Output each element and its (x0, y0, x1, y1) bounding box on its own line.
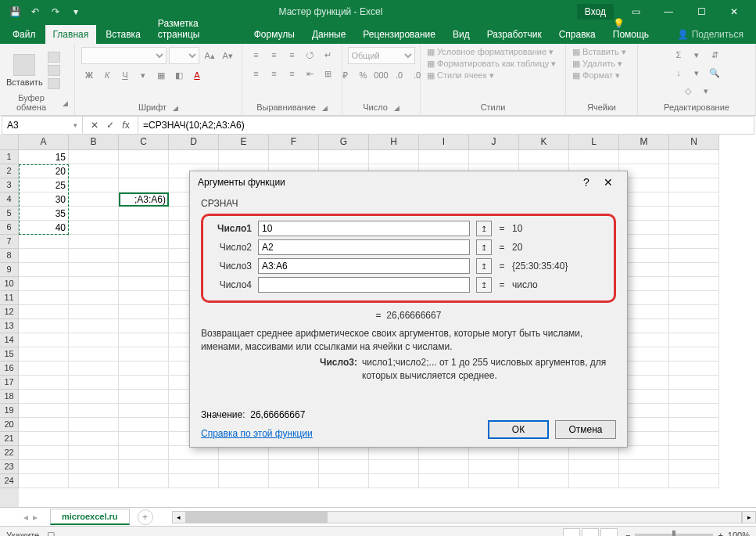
share-button[interactable]: 👤 Поделиться (669, 25, 751, 44)
cell-A24[interactable] (19, 474, 69, 488)
underline-button[interactable]: Ч (117, 67, 133, 83)
cell-C16[interactable] (119, 362, 169, 376)
cell-A17[interactable] (19, 376, 69, 390)
view-layout-icon[interactable] (582, 528, 599, 537)
cell-D23[interactable] (169, 460, 219, 474)
cell-B6[interactable] (69, 221, 119, 235)
cell-N19[interactable] (669, 404, 719, 418)
formula-input[interactable]: =СРЗНАЧ(10;A2;A3:A6) (138, 116, 754, 135)
align-left-icon[interactable]: ≡ (249, 66, 264, 81)
cell-F23[interactable] (269, 460, 319, 474)
row-header-17[interactable]: 17 (0, 376, 19, 390)
cancel-button[interactable]: Отмена (555, 420, 616, 439)
cell-N9[interactable] (669, 263, 719, 277)
row-header-21[interactable]: 21 (0, 432, 19, 446)
cell-K1[interactable] (519, 150, 569, 164)
cell-C21[interactable] (119, 432, 169, 446)
row-header-6[interactable]: 6 (0, 221, 19, 235)
cell-M23[interactable] (619, 460, 669, 474)
cancel-formula-icon[interactable]: ✕ (88, 120, 102, 131)
paste-button[interactable]: Вставить (6, 54, 43, 87)
cell-N6[interactable] (669, 221, 719, 235)
row-header-9[interactable]: 9 (0, 263, 19, 277)
cell-N11[interactable] (669, 291, 719, 305)
wrap-text-icon[interactable]: ↵ (321, 47, 336, 63)
tab-layout[interactable]: Разметка страницы (150, 14, 245, 44)
name-box[interactable]: A3▾ (2, 117, 82, 134)
cell-A23[interactable] (19, 460, 69, 474)
collapse-dialog-icon-0[interactable]: ↥ (476, 221, 492, 236)
row-header-1[interactable]: 1 (0, 150, 19, 164)
cell-B19[interactable] (69, 404, 119, 418)
cell-M24[interactable] (619, 474, 669, 488)
close-icon[interactable]: ✕ (718, 1, 750, 23)
col-header-L[interactable]: L (569, 135, 619, 150)
arg-input-1[interactable] (258, 239, 470, 255)
cell-C8[interactable] (119, 249, 169, 263)
tab-help[interactable]: Справка (551, 25, 604, 44)
tab-view[interactable]: Вид (445, 25, 478, 44)
cell-H24[interactable] (369, 474, 419, 488)
row-header-7[interactable]: 7 (0, 235, 19, 249)
fx-icon[interactable]: fx (119, 120, 133, 131)
format-cells-button[interactable]: ▦ Формат ▾ (572, 70, 620, 81)
col-header-D[interactable]: D (169, 135, 219, 150)
cell-N2[interactable] (669, 164, 719, 178)
clipboard-launcher-icon[interactable]: ◢ (63, 99, 68, 107)
insert-cells-button[interactable]: ▦ Вставить ▾ (572, 47, 626, 57)
col-header-H[interactable]: H (369, 135, 419, 150)
row-header-20[interactable]: 20 (0, 418, 19, 432)
cell-A11[interactable] (19, 291, 69, 305)
cell-B7[interactable] (69, 235, 119, 249)
cell-L23[interactable] (569, 460, 619, 474)
col-header-J[interactable]: J (469, 135, 519, 150)
enter-formula-icon[interactable]: ✓ (103, 120, 117, 131)
cell-N18[interactable] (669, 390, 719, 404)
cell-A22[interactable] (19, 446, 69, 460)
cell-L1[interactable] (569, 150, 619, 164)
cell-L24[interactable] (569, 474, 619, 488)
cell-B5[interactable] (69, 207, 119, 221)
arg-input-0[interactable] (258, 221, 470, 236)
cell-C13[interactable] (119, 319, 169, 333)
cell-C24[interactable] (119, 474, 169, 488)
cell-E22[interactable] (219, 446, 269, 460)
tab-insert[interactable]: Вставка (98, 25, 149, 44)
italic-button[interactable]: К (99, 67, 115, 83)
ok-button[interactable]: ОК (488, 420, 549, 439)
align-bottom-icon[interactable]: ≡ (285, 47, 300, 63)
tab-data[interactable]: Данные (304, 25, 353, 44)
font-launcher-icon[interactable]: ◢ (173, 104, 178, 112)
cell-A13[interactable] (19, 319, 69, 333)
cell-C5[interactable] (119, 207, 169, 221)
cell-D22[interactable] (169, 446, 219, 460)
cell-styles-button[interactable]: ▦ Стили ячеек ▾ (427, 70, 494, 81)
cell-J24[interactable] (469, 474, 519, 488)
cell-I23[interactable] (419, 460, 469, 474)
cell-C2[interactable] (119, 164, 169, 178)
cell-A9[interactable] (19, 263, 69, 277)
number-format-select[interactable]: Общий (348, 47, 415, 64)
sheet-tab-active[interactable]: microexcel.ru (50, 509, 130, 525)
cell-A12[interactable] (19, 305, 69, 319)
cell-N21[interactable] (669, 432, 719, 446)
col-header-N[interactable]: N (669, 135, 719, 150)
cell-M1[interactable] (619, 150, 669, 164)
cell-C15[interactable] (119, 347, 169, 362)
cell-G23[interactable] (319, 460, 369, 474)
fill-color-icon[interactable]: ◧ (171, 67, 187, 83)
row-header-11[interactable]: 11 (0, 291, 19, 305)
cell-G24[interactable] (319, 474, 369, 488)
cell-A18[interactable] (19, 390, 69, 404)
find-icon[interactable]: 🔍 (707, 65, 722, 81)
cell-K24[interactable] (519, 474, 569, 488)
sort-icon[interactable]: ⇵ (707, 47, 722, 63)
clear-icon[interactable]: ◇ (680, 83, 696, 99)
select-all-corner[interactable] (0, 135, 19, 150)
cell-C18[interactable] (119, 390, 169, 404)
cell-N10[interactable] (669, 277, 719, 291)
hscroll-right-icon[interactable]: ▸ (742, 511, 756, 523)
cell-N23[interactable] (669, 460, 719, 474)
row-header-24[interactable]: 24 (0, 474, 19, 488)
fontsize-select[interactable] (169, 47, 200, 64)
